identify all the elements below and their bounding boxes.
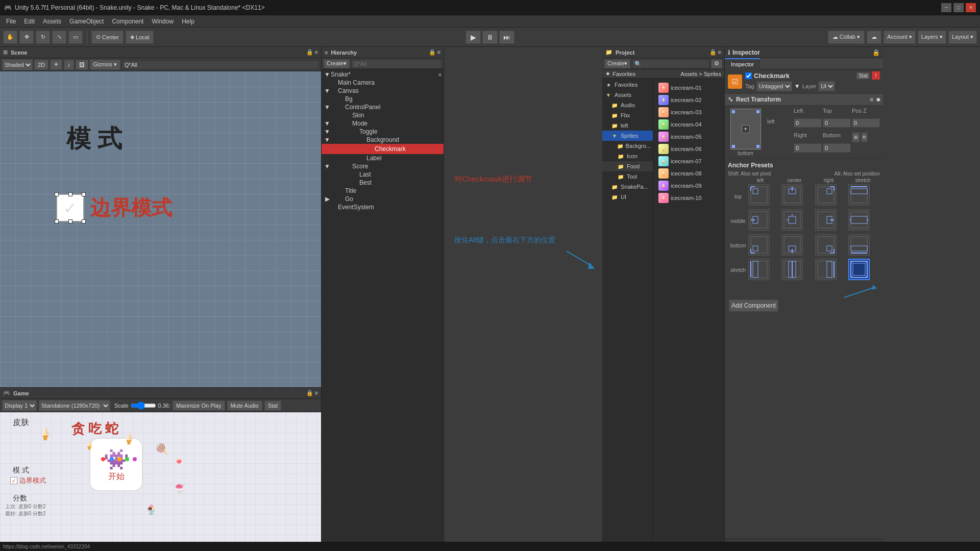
project-audio[interactable]: 📁 Audio bbox=[602, 100, 653, 110]
gizmos-btn[interactable]: Gizmos ▾ bbox=[90, 60, 120, 70]
rect-left-input[interactable] bbox=[794, 118, 822, 128]
scene-fx-btn[interactable]: 🖼 bbox=[76, 60, 88, 70]
anchor-str-stretch[interactable] bbox=[848, 259, 870, 280]
start-button-area[interactable]: 👾 开始 bbox=[89, 438, 143, 491]
icecream-03[interactable]: 🍦 icecream-03 bbox=[656, 106, 721, 118]
menu-assets[interactable]: Assets bbox=[39, 17, 65, 26]
tree-item-eventsystem[interactable]: EventSystem bbox=[322, 203, 444, 211]
tool-scale[interactable]: ⤡ bbox=[52, 31, 66, 44]
rect-right-input[interactable] bbox=[794, 143, 822, 153]
add-component-button[interactable]: Add Component bbox=[729, 299, 778, 312]
tree-item-title[interactable]: Title bbox=[322, 187, 444, 195]
cloud-button[interactable]: ☁ bbox=[867, 31, 881, 44]
anchor-bot-left[interactable] bbox=[748, 234, 770, 256]
anchor-bot-center[interactable] bbox=[781, 234, 803, 256]
tree-item-maincamera[interactable]: Main Camera bbox=[322, 79, 444, 87]
icecream-01[interactable]: 🍦 icecream-01 bbox=[656, 82, 721, 94]
tool-rotate[interactable]: ↻ bbox=[36, 31, 50, 44]
anchor-diagram[interactable]: + bbox=[730, 109, 761, 149]
menu-help[interactable]: Help bbox=[178, 17, 199, 26]
shaded-select[interactable]: Shaded bbox=[2, 59, 33, 70]
scene-2d-btn[interactable]: 2D bbox=[34, 60, 48, 70]
project-backgro[interactable]: 📁 Backgro... bbox=[602, 141, 653, 151]
tree-item-bg[interactable]: Bg bbox=[322, 95, 444, 103]
anchor-top-left[interactable] bbox=[748, 184, 770, 206]
anchor-str-center[interactable] bbox=[781, 259, 803, 280]
game-view[interactable]: 皮肤 贪 吃 蛇 模 式 ✓ 边界模式 分数 上次: 皮肤0 分数2 最好: 皮… bbox=[0, 412, 321, 551]
menu-edit[interactable]: Edit bbox=[20, 17, 39, 26]
project-assets-list[interactable]: 🍦 icecream-01 🍦 icecream-02 🍦 icecream-0… bbox=[653, 79, 724, 551]
game-close[interactable]: 🔒 ≡ bbox=[306, 390, 318, 396]
anchor-top-center[interactable] bbox=[781, 184, 803, 206]
tree-item-controlpanel[interactable]: ▼ ControlPanel bbox=[322, 103, 444, 111]
hierarchy-tree[interactable]: ▼ Snake* ≡ Main Camera ▼ Canvas bbox=[322, 69, 444, 550]
tree-item-go[interactable]: ▶ Go bbox=[322, 195, 444, 203]
rect-posz-input[interactable] bbox=[852, 118, 880, 128]
tree-item-last[interactable]: Last bbox=[322, 170, 444, 179]
tree-item-score[interactable]: ▼ Score bbox=[322, 162, 444, 170]
rect-bottom-input[interactable] bbox=[823, 143, 851, 153]
project-ui[interactable]: 📁 UI bbox=[602, 192, 653, 202]
tab-inspector[interactable]: Inspector bbox=[725, 58, 760, 69]
project-food[interactable]: 📁 Food bbox=[602, 161, 653, 171]
scene-search[interactable] bbox=[122, 60, 319, 69]
tree-item-skin[interactable]: Skin bbox=[322, 111, 444, 119]
display-select[interactable]: Display 1 bbox=[2, 400, 37, 411]
scene-light-btn[interactable]: ☀ bbox=[50, 60, 62, 70]
layer-select[interactable]: UI bbox=[818, 81, 835, 91]
project-fonts[interactable]: 📁 left bbox=[602, 120, 653, 131]
rect-r-btn[interactable]: ⊞ bbox=[852, 132, 860, 143]
hierarchy-close[interactable]: 🔒 ≡ bbox=[429, 49, 440, 56]
project-tree[interactable]: ★ Favorites ▼ Assets 📁 Audio 📁 Fbx 📁 bbox=[602, 79, 653, 551]
tool-hand[interactable]: ✋ bbox=[3, 31, 17, 44]
snake-menu[interactable]: ≡ bbox=[438, 72, 442, 78]
anchor-top-right[interactable] bbox=[815, 184, 837, 206]
anchor-mid-right[interactable] bbox=[815, 209, 837, 231]
tool-rect[interactable]: ▭ bbox=[68, 31, 83, 44]
pause-button[interactable]: ⏸ bbox=[482, 31, 498, 44]
tree-item-checkmark[interactable]: Checkmark bbox=[322, 144, 444, 154]
inspector-lock[interactable]: 🔒 bbox=[872, 49, 880, 56]
project-sprites[interactable]: ▼ Sprites bbox=[602, 131, 653, 141]
resolution-select[interactable]: Standalone (1280x720) bbox=[39, 400, 110, 411]
anchor-top-stretch[interactable] bbox=[848, 184, 870, 206]
stat-btn[interactable]: Stat bbox=[264, 400, 282, 411]
rect-menu-btn[interactable]: R bbox=[861, 132, 868, 143]
project-assets-root[interactable]: ▼ Assets bbox=[602, 90, 653, 100]
anchor-mid-center[interactable] bbox=[781, 209, 803, 231]
maximize-btn[interactable]: Maximize On Play bbox=[173, 400, 225, 411]
rect-menu[interactable]: ≡ bbox=[870, 96, 873, 103]
anchor-str-left[interactable] bbox=[748, 259, 770, 280]
rect-top-input[interactable] bbox=[823, 118, 851, 128]
anchor-bot-stretch[interactable] bbox=[848, 234, 870, 256]
tree-item-canvas[interactable]: ▼ Canvas bbox=[322, 87, 444, 95]
anchor-mid-stretch[interactable] bbox=[848, 209, 870, 231]
menu-gameobject[interactable]: GameObject bbox=[65, 17, 108, 26]
project-snakepa[interactable]: 📁 SnakePa... bbox=[602, 182, 653, 192]
collab-button[interactable]: ☁ Collab ▾ bbox=[828, 31, 865, 44]
icecream-06[interactable]: 🍦 icecream-06 bbox=[656, 143, 721, 155]
icecream-08[interactable]: 🍦 icecream-08 bbox=[656, 167, 721, 180]
scale-slider[interactable] bbox=[131, 402, 156, 410]
project-icon[interactable]: 📁 Icon bbox=[602, 151, 653, 161]
mute-btn[interactable]: Mute Audio bbox=[227, 400, 262, 411]
tag-select[interactable]: Untagged bbox=[756, 81, 792, 91]
anchor-str-right[interactable] bbox=[815, 259, 837, 280]
anchor-bot-right[interactable] bbox=[815, 234, 837, 256]
local-button[interactable]: ◈ Local bbox=[126, 31, 154, 44]
project-favorites[interactable]: ★ Favorites bbox=[602, 80, 653, 90]
anchor-mid-left[interactable] bbox=[748, 209, 770, 231]
menu-file[interactable]: File bbox=[2, 17, 20, 26]
project-tools-btn[interactable]: ⚙ bbox=[711, 59, 722, 68]
close-button[interactable]: ✕ bbox=[966, 3, 976, 12]
menu-component[interactable]: Component bbox=[108, 17, 148, 26]
step-button[interactable]: ⏭ bbox=[499, 31, 514, 44]
scene-checkbox[interactable]: ✓ bbox=[56, 194, 84, 222]
play-button[interactable]: ▶ bbox=[465, 31, 481, 44]
maximize-button[interactable]: □ bbox=[953, 3, 964, 12]
tool-move[interactable]: ✥ bbox=[19, 31, 34, 44]
project-search[interactable] bbox=[632, 59, 709, 68]
icecream-07[interactable]: 🍦 icecream-07 bbox=[656, 155, 721, 167]
icecream-05[interactable]: 🍦 icecream-05 bbox=[656, 131, 721, 143]
tree-item-mode[interactable]: ▼ Mode bbox=[322, 119, 444, 128]
